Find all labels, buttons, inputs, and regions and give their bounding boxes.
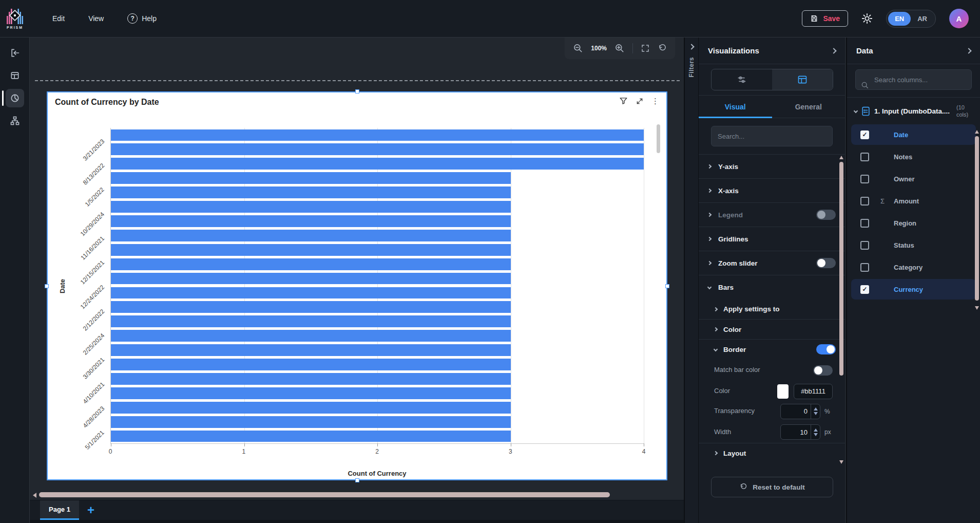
canvas[interactable]: 100% Count of Currency by Date <box>30 38 684 523</box>
column-row-currency[interactable]: ✓ Currency <box>851 279 976 300</box>
tab-visual[interactable]: Visual <box>699 96 772 118</box>
checkbox[interactable] <box>860 175 869 183</box>
spin-up-icon[interactable] <box>814 428 818 432</box>
bar[interactable] <box>111 330 511 342</box>
rail-flow-button[interactable] <box>0 109 30 132</box>
legend-toggle[interactable] <box>816 210 836 220</box>
bar[interactable] <box>111 416 511 428</box>
checkbox[interactable] <box>860 153 869 161</box>
spin-down-icon[interactable] <box>814 412 818 415</box>
resize-handle-top[interactable] <box>355 89 359 94</box>
menu-view[interactable]: View <box>88 14 104 23</box>
zoom-slider-toggle[interactable] <box>816 258 836 268</box>
filters-expand-icon[interactable] <box>688 44 694 49</box>
checkbox-checked[interactable]: ✓ <box>860 285 869 294</box>
column-row-notes[interactable]: Notes <box>851 146 976 167</box>
bar[interactable] <box>111 373 511 385</box>
filter-funnel-icon[interactable] <box>619 97 628 105</box>
bar[interactable] <box>111 230 511 241</box>
avatar[interactable]: A <box>949 9 969 28</box>
tab-page-1[interactable]: Page 1 <box>40 500 79 520</box>
prism-logo[interactable]: PRISM <box>0 0 30 38</box>
bar[interactable] <box>111 215 511 227</box>
collapse-panel-icon[interactable] <box>966 48 971 53</box>
width-input[interactable] <box>781 428 811 436</box>
spin-up-icon[interactable] <box>814 407 818 410</box>
bar[interactable] <box>111 186 511 198</box>
scroll-up-arrow[interactable] <box>839 156 843 159</box>
border-color-hex-input[interactable] <box>794 384 833 399</box>
menu-edit[interactable]: Edit <box>52 14 65 23</box>
spin-down-icon[interactable] <box>814 433 818 436</box>
scroll-down-arrow[interactable] <box>975 306 979 310</box>
scroll-down-arrow[interactable] <box>839 460 843 464</box>
lang-en-button[interactable]: EN <box>888 12 911 26</box>
bar[interactable] <box>111 143 644 155</box>
viz-layout-mode-button[interactable] <box>772 69 833 90</box>
section-y-axis[interactable]: Y-axis <box>699 154 845 178</box>
color-swatch-button[interactable] <box>777 384 789 399</box>
bar[interactable] <box>111 172 511 184</box>
checkbox-checked[interactable]: ✓ <box>860 130 869 139</box>
bar[interactable] <box>111 387 511 399</box>
match-bar-color-toggle[interactable] <box>813 365 833 376</box>
bar[interactable] <box>111 129 644 141</box>
zoom-in-icon[interactable] <box>614 43 625 53</box>
scroll-thumb[interactable] <box>839 162 843 376</box>
column-row-owner[interactable]: Owner <box>851 169 976 189</box>
bar[interactable] <box>111 287 511 299</box>
bar[interactable] <box>111 273 511 285</box>
bar[interactable] <box>111 201 511 213</box>
viz-settings-mode-button[interactable] <box>712 69 772 90</box>
data-source-row[interactable]: 1. Input (DumboData.... (10 cols) <box>847 98 980 124</box>
resize-handle-right[interactable] <box>665 284 669 288</box>
column-row-region[interactable]: Region <box>851 213 976 233</box>
bar[interactable] <box>111 301 511 313</box>
viz-search-input[interactable] <box>711 126 833 146</box>
bars-apply-settings[interactable]: Apply settings to <box>699 299 845 319</box>
filters-label[interactable]: Filters <box>688 57 695 78</box>
expand-icon[interactable] <box>636 97 644 105</box>
scroll-up-arrow[interactable] <box>975 130 979 134</box>
add-page-button[interactable]: + <box>79 500 103 520</box>
bar[interactable] <box>111 258 511 270</box>
bar[interactable] <box>111 315 511 327</box>
section-x-axis[interactable]: X-axis <box>699 178 845 202</box>
rail-exit-button[interactable] <box>0 42 30 64</box>
bars-layout-section[interactable]: Layout <box>699 443 845 463</box>
checkbox[interactable] <box>860 241 869 250</box>
resize-handle-bottom[interactable] <box>355 478 359 482</box>
theme-sun-icon[interactable] <box>861 13 873 24</box>
scroll-left-arrow[interactable] <box>33 493 36 498</box>
zoom-out-icon[interactable] <box>573 43 583 53</box>
column-row-status[interactable]: Status <box>851 235 976 255</box>
bar[interactable] <box>111 158 644 170</box>
checkbox[interactable] <box>860 197 869 206</box>
resize-handle-left[interactable] <box>45 284 49 288</box>
section-bars[interactable]: Bars <box>699 275 845 299</box>
transparency-input[interactable] <box>781 407 811 415</box>
kebab-menu-icon[interactable]: ⋮ <box>651 97 659 105</box>
column-row-date[interactable]: ✓ Date <box>851 124 976 145</box>
chart-scrollbar[interactable] <box>657 124 660 153</box>
bars-border-section[interactable]: Border <box>699 339 845 359</box>
tab-general[interactable]: General <box>772 96 846 118</box>
bar[interactable] <box>111 402 511 414</box>
collapse-panel-icon[interactable] <box>831 48 836 53</box>
scroll-thumb[interactable] <box>39 492 610 497</box>
fullscreen-icon[interactable] <box>641 44 650 53</box>
section-gridlines[interactable]: Gridlines <box>699 227 845 251</box>
menu-help[interactable]: ? Help <box>127 13 157 24</box>
bar[interactable] <box>111 244 511 256</box>
bars-color-section[interactable]: Color <box>699 319 845 339</box>
border-toggle[interactable] <box>816 344 836 354</box>
rail-layout-button[interactable] <box>0 64 30 87</box>
bar[interactable] <box>111 359 511 370</box>
checkbox[interactable] <box>860 263 869 272</box>
column-row-amount[interactable]: Σ Amount <box>851 191 976 211</box>
reset-view-icon[interactable] <box>658 44 667 53</box>
reset-to-default-button[interactable]: Reset to default <box>711 477 833 497</box>
search-columns-input[interactable] <box>855 69 972 90</box>
save-button[interactable]: Save <box>802 10 848 27</box>
column-row-category[interactable]: Category <box>851 257 976 277</box>
